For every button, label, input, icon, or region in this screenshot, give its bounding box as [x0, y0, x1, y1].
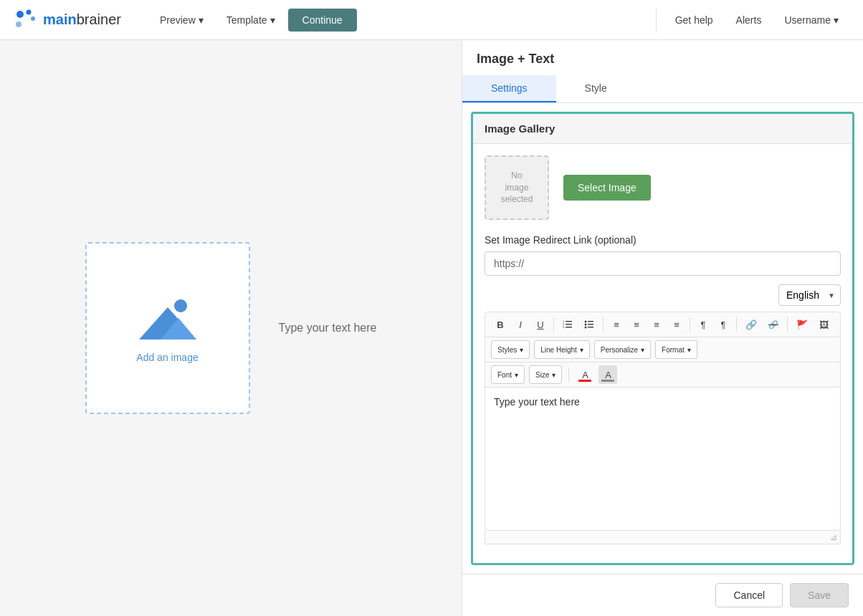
template-button[interactable]: Template ▾ [216, 9, 285, 32]
no-image-text-3: selected [501, 193, 533, 206]
format-dropdown[interactable]: Format ▾ [655, 340, 697, 359]
continue-label: Continue [302, 14, 343, 26]
continue-button[interactable]: Continue [288, 9, 357, 32]
align-justify-button[interactable]: ≡ [667, 315, 686, 334]
alerts-label: Alerts [736, 14, 762, 26]
add-image-link[interactable]: Add an image [136, 352, 198, 363]
format-chevron-icon: ▾ [687, 346, 691, 354]
alerts-button[interactable]: Alerts [726, 9, 772, 32]
no-image-text-2: image [505, 182, 529, 194]
logo-main: main [43, 11, 77, 27]
cancel-button[interactable]: Cancel [715, 583, 783, 607]
font-color-indicator [578, 380, 591, 382]
text-editor[interactable]: Type your text here [485, 388, 841, 531]
save-button[interactable]: Save [790, 583, 849, 607]
navbar: mainbrainer Preview ▾ Template ▾ Continu… [0, 0, 863, 40]
bold-button[interactable]: B [491, 315, 510, 334]
line-height-chevron-icon: ▾ [580, 346, 583, 354]
align-left-button[interactable]: ≡ [607, 315, 626, 334]
toolbar-divider-6 [568, 367, 569, 382]
preview-button[interactable]: Preview ▾ [150, 9, 214, 32]
svg-rect-14 [588, 321, 593, 322]
language-row: English Spanish French German [485, 284, 841, 306]
cancel-label: Cancel [733, 589, 765, 601]
panel-footer: Cancel Save [462, 574, 863, 616]
tab-style[interactable]: Style [556, 75, 636, 102]
nav-right: Get help Alerts Username ▾ [665, 9, 849, 32]
font-label: Font [497, 371, 512, 379]
font-dropdown[interactable]: Font ▾ [491, 365, 525, 384]
indent-button[interactable]: ¶ [694, 315, 712, 334]
image-embed-button[interactable]: 🖼 [814, 315, 834, 334]
toolbar-divider-1 [553, 317, 554, 332]
image-placeholder[interactable]: Add an image [85, 242, 250, 414]
styles-dropdown[interactable]: Styles ▾ [491, 340, 530, 359]
svg-rect-9 [566, 327, 572, 328]
size-label: Size [535, 371, 549, 379]
editor-placeholder-text: Type your text here [494, 396, 580, 408]
align-center-button[interactable]: ≡ [627, 315, 646, 334]
personalize-dropdown[interactable]: Personalize ▾ [594, 340, 651, 359]
select-image-button[interactable]: Select Image [563, 175, 651, 201]
language-select[interactable]: English Spanish French German [778, 284, 841, 306]
svg-text:3.: 3. [563, 325, 565, 329]
preview-label: Preview [160, 14, 196, 26]
outdent-button[interactable]: ¶ [714, 315, 733, 334]
toolbar-divider-2 [603, 317, 604, 332]
select-image-label: Select Image [578, 182, 636, 193]
font-bg-color-button[interactable]: A [599, 365, 617, 384]
canvas-text-placeholder: Type your text here [279, 322, 377, 335]
svg-point-2 [31, 16, 35, 21]
font-color-button[interactable]: A [576, 365, 594, 384]
canvas-area: Add an image Type your text here [0, 40, 462, 616]
toolbar-row-2: Styles ▾ Line Height ▾ Personalize ▾ F [485, 337, 840, 362]
toolbar-row-1: B I U 1. 2. 3. [485, 312, 840, 337]
right-panel: Image + Text Settings Style Image Galler… [462, 40, 863, 616]
tab-settings[interactable]: Settings [462, 75, 556, 102]
toolbar: B I U 1. 2. 3. [485, 312, 841, 388]
personalize-chevron-icon: ▾ [641, 346, 644, 354]
svg-point-3 [16, 21, 22, 27]
size-dropdown[interactable]: Size ▾ [529, 365, 562, 384]
italic-button[interactable]: I [511, 315, 530, 334]
unlink-button[interactable]: 🔗 [763, 315, 783, 334]
toolbar-divider-3 [690, 317, 690, 332]
line-height-label: Line Height [540, 346, 577, 354]
logo-icon [14, 9, 37, 32]
svg-rect-16 [588, 324, 593, 325]
svg-rect-8 [566, 324, 572, 325]
line-height-dropdown[interactable]: Line Height ▾ [534, 340, 590, 359]
toolbar-divider-4 [736, 317, 737, 332]
no-image-text-1: No [511, 170, 522, 182]
toolbar-row-3: Font ▾ Size ▾ A A [485, 362, 840, 387]
gallery-header: Image Gallery [473, 114, 852, 144]
username-button[interactable]: Username ▾ [774, 9, 849, 32]
unordered-list-icon [584, 319, 594, 329]
flag-button[interactable]: 🚩 [791, 315, 813, 334]
align-right-button[interactable]: ≡ [647, 315, 666, 334]
ordered-list-button[interactable]: 1. 2. 3. [558, 315, 578, 334]
image-gallery-row: No image selected Select Image [485, 155, 841, 220]
logo: mainbrainer [14, 9, 121, 32]
unordered-list-button[interactable] [579, 315, 599, 334]
svg-point-4 [174, 299, 187, 312]
redirect-section: Set Image Redirect Link (optional) [485, 234, 841, 276]
svg-rect-18 [588, 327, 593, 328]
redirect-input[interactable] [485, 251, 841, 276]
language-wrapper: English Spanish French German [778, 284, 841, 306]
resize-handle[interactable]: ⊿ [485, 531, 841, 544]
image-placeholder-icon [132, 293, 204, 343]
svg-point-17 [585, 327, 587, 329]
panel-tabs: Settings Style [462, 75, 863, 103]
font-chevron-icon: ▾ [515, 371, 518, 379]
svg-point-1 [27, 9, 32, 14]
underline-button[interactable]: U [531, 315, 550, 334]
font-bg-indicator [601, 380, 614, 382]
get-help-button[interactable]: Get help [665, 9, 723, 32]
redirect-label: Set Image Redirect Link (optional) [485, 234, 841, 246]
ordered-list-icon: 1. 2. 3. [563, 319, 573, 329]
no-image-box: No image selected [485, 155, 549, 220]
link-button[interactable]: 🔗 [740, 315, 762, 334]
size-chevron-icon: ▾ [552, 371, 556, 379]
template-chevron-icon: ▾ [270, 14, 275, 26]
